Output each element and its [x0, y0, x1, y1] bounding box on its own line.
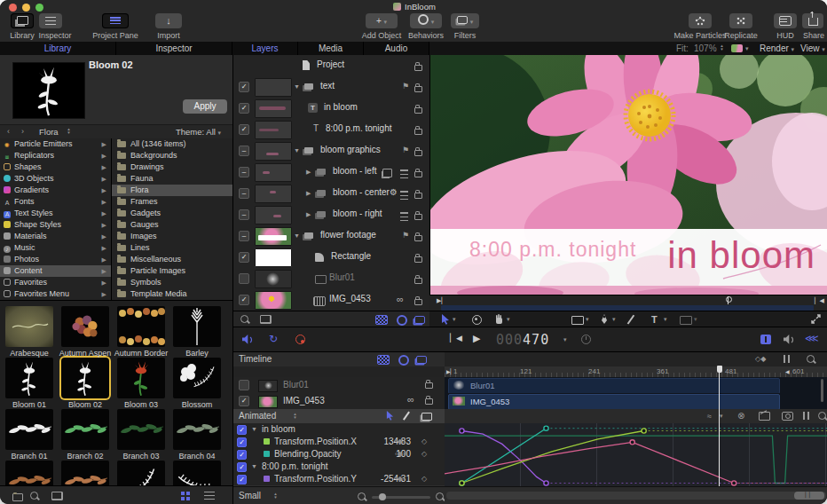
add-keyframe-icon[interactable]: ◇ — [421, 437, 427, 445]
canvas-mini-timeline[interactable]: ▶▏ ▏◀ — [429, 295, 827, 311]
transform-3d-tool-icon[interactable] — [472, 315, 482, 325]
make-particles-button[interactable] — [689, 13, 712, 28]
cursor-mode-icon[interactable] — [386, 411, 394, 421]
thumb-bloom-01[interactable] — [5, 358, 53, 398]
category-fonts[interactable]: AFonts▶ — [0, 196, 111, 208]
layer-row-flower-footage[interactable]: ▼ flower footage ⚑ — [233, 225, 430, 248]
render-menu[interactable]: Render ▾ — [760, 43, 794, 53]
track-bar-img0453[interactable]: IMG_0453 — [448, 394, 780, 410]
folder-flora[interactable]: Flora — [112, 185, 232, 196]
tab-audio[interactable]: Audio — [364, 42, 429, 55]
size-stepper[interactable]: ▲▼ — [272, 492, 279, 500]
track-checkbox[interactable] — [239, 396, 249, 406]
lock-icon[interactable] — [414, 150, 422, 156]
lock-icon[interactable] — [414, 278, 422, 284]
layer-checkbox[interactable] — [239, 252, 249, 263]
audio-waveform-icon[interactable]: ≈ — [707, 412, 712, 421]
flag-icon[interactable]: ⚑ — [402, 82, 409, 91]
folder-fauna[interactable]: Fauna — [112, 173, 232, 185]
layer-row-bloom-graphics[interactable]: ▼ bloom graphics ⚑ — [233, 140, 430, 162]
close-window-button[interactable] — [9, 4, 17, 12]
layer-checkbox[interactable] — [239, 146, 249, 156]
animated-popup[interactable]: Animated — [239, 411, 276, 421]
keyframe-toggle-icon[interactable]: ◇◆ — [755, 355, 766, 363]
keyframe-nav-icon[interactable]: ‹◆› — [395, 475, 405, 483]
grid-view-icon[interactable] — [181, 492, 190, 500]
folder-particle-images[interactable]: Particle Images — [112, 265, 232, 277]
link-icon[interactable]: ∞ — [397, 294, 404, 304]
category-music[interactable]: ♪Music▶ — [0, 242, 111, 254]
category-shape-styles[interactable]: Shape Styles▶ — [0, 219, 111, 231]
layer-checkbox[interactable] — [239, 295, 249, 305]
flag-icon[interactable]: ⚑ — [402, 231, 409, 240]
lock-icon[interactable] — [414, 86, 422, 92]
kf-row-position-y[interactable]: Transform.Position.Y -254.31 ‹◆› ◇ — [233, 473, 445, 486]
preview-toggle-icon[interactable] — [51, 492, 63, 500]
library-toggle-button[interactable] — [11, 13, 34, 28]
show-behaviors-icon[interactable] — [397, 315, 407, 326]
folder-drawings[interactable]: Drawings — [112, 161, 232, 173]
expand-view-icon[interactable] — [811, 314, 821, 324]
channel-swatch[interactable] — [731, 44, 743, 52]
gear-icon[interactable]: ⚙ — [390, 187, 398, 197]
snap-icon[interactable] — [784, 355, 792, 363]
tab-media[interactable]: Media — [298, 42, 364, 55]
filmstrip-view-icon[interactable] — [760, 335, 771, 344]
disclosure-open-icon[interactable]: ▼ — [294, 232, 300, 239]
kf-checkbox[interactable] — [237, 437, 247, 447]
layer-row-text-group[interactable]: ▼ text ⚑ — [233, 76, 430, 98]
hscroll-handle[interactable]: ▏▏ — [794, 492, 824, 500]
nav-forward-icon[interactable]: › — [21, 127, 24, 136]
category-replicators[interactable]: ⧈Replicators▶ — [0, 150, 111, 161]
keyframe-nav-icon[interactable]: ‹◆› — [395, 450, 405, 458]
preview-thumbnail[interactable] — [12, 62, 85, 119]
thumb-blossom[interactable] — [173, 358, 221, 398]
thumb-branch-01[interactable] — [5, 409, 53, 450]
record-icon[interactable] — [295, 335, 305, 344]
category-3d-objects[interactable]: 3D Objects▶ — [0, 173, 111, 185]
playhead-handle[interactable] — [717, 366, 722, 373]
category-favorites-menu[interactable]: Favorites Menu▶ — [0, 288, 111, 300]
kf-checkbox[interactable] — [237, 450, 247, 460]
lock-icon[interactable] — [414, 256, 422, 263]
curve-size-popup[interactable]: Small — [239, 491, 261, 500]
disclosure-open-icon[interactable]: ▼ — [294, 147, 300, 154]
out-marker-icon[interactable]: ◀ — [785, 368, 790, 374]
layer-checkbox[interactable] — [239, 124, 249, 135]
kf-checkbox[interactable] — [237, 425, 247, 435]
replicate-button[interactable] — [729, 13, 752, 28]
lock-icon[interactable] — [414, 65, 422, 71]
hud-button[interactable] — [774, 13, 797, 28]
keyframe-graph[interactable] — [445, 423, 827, 486]
add-object-button[interactable]: + ▾ — [366, 13, 398, 28]
flag-icon[interactable]: ⚑ — [402, 146, 409, 154]
nav-location[interactable]: Flora — [39, 127, 59, 137]
category-materials[interactable]: Materials▶ — [0, 231, 111, 242]
folder-gadgets[interactable]: Gadgets — [112, 208, 232, 219]
category-gradients[interactable]: Gradients▶ — [0, 185, 111, 196]
apply-button[interactable]: Apply — [183, 99, 227, 114]
canvas-viewport[interactable]: 8:00 p.m. tonight in bloom — [429, 55, 827, 295]
folder-images[interactable]: Images — [112, 231, 232, 242]
track-header-img0453[interactable]: IMG_0453 ∞ — [233, 393, 445, 410]
inspector-toggle-button[interactable] — [39, 13, 62, 28]
graph-zoom-slider[interactable] — [372, 496, 430, 499]
lock-icon[interactable] — [414, 235, 422, 241]
hscroll-track[interactable] — [446, 492, 826, 500]
fit-curves-icon[interactable] — [759, 412, 770, 421]
track-header-blur01[interactable]: Blur01 — [233, 377, 445, 394]
layer-checkbox[interactable] — [239, 82, 249, 92]
layer-row-blur01[interactable]: Blur01 — [233, 268, 430, 290]
track-checkbox[interactable] — [239, 380, 249, 390]
layer-row-800pm[interactable]: T 8:00 p.m. tonight — [233, 119, 430, 141]
hand-tool-caret[interactable]: ▾ — [507, 316, 510, 323]
search-icon[interactable] — [30, 492, 38, 500]
select-tool-caret[interactable]: ▾ — [453, 316, 456, 323]
nav-stepper[interactable]: ▲▼ — [66, 128, 72, 135]
zoom-stepper[interactable]: ▲▼ — [719, 44, 725, 51]
line-tool-icon[interactable] — [627, 315, 634, 325]
tab-layers[interactable]: Layers — [232, 42, 298, 55]
thumb-bloom-02[interactable] — [61, 358, 109, 398]
thumb-row4-2[interactable] — [61, 461, 109, 486]
kf-row-position-x[interactable]: Transform.Position.X 134.83 ‹◆› ◇ — [233, 436, 445, 449]
